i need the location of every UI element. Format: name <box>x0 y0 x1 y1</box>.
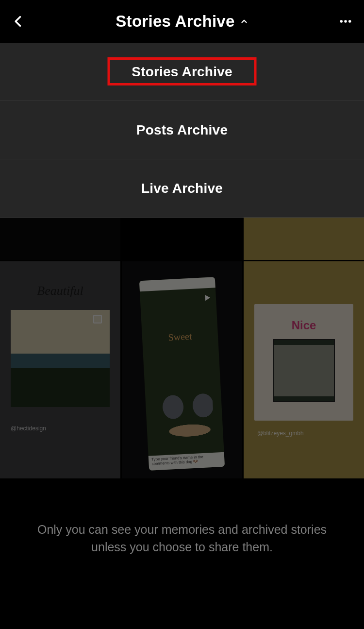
more-options-button[interactable] <box>336 12 355 31</box>
story-caption: Beautiful <box>0 284 120 298</box>
story-thumbnail[interactable]: Beautiful @hectidesign <box>0 261 120 478</box>
svg-point-2 <box>348 20 351 23</box>
story-handle: @hectidesign <box>11 425 46 432</box>
archive-type-dropdown: Stories Archive Posts Archive Live Archi… <box>0 43 364 218</box>
menu-item-live-archive[interactable]: Live Archive <box>0 159 364 218</box>
story-footer-text: Type your friend's name in the comments … <box>149 452 225 471</box>
story-caption: Sweet <box>142 329 218 344</box>
story-thumbnail[interactable]: Sweet Type your friend's name in the com… <box>122 261 242 478</box>
privacy-footer-message: Only you can see your memories and archi… <box>19 521 345 556</box>
thumbnail-art <box>273 339 335 402</box>
page-title: Stories Archive <box>116 12 234 31</box>
menu-item-posts-archive[interactable]: Posts Archive <box>0 101 364 159</box>
story-thumbnail[interactable]: Nice @blitzeyes_gmbh <box>244 261 364 478</box>
play-icon <box>205 295 211 301</box>
chevron-left-icon <box>12 12 25 31</box>
back-button[interactable] <box>9 12 28 31</box>
more-horizontal-icon <box>338 14 353 29</box>
thumbnail-art <box>11 310 110 407</box>
svg-point-1 <box>344 20 347 23</box>
thumbnail-art: Sweet Type your friend's name in the com… <box>139 277 225 471</box>
story-caption: Nice <box>244 319 364 332</box>
archive-title-dropdown-toggle[interactable]: Stories Archive <box>116 12 248 31</box>
multi-post-icon <box>93 315 102 323</box>
story-handle: @blitzeyes_gmbh <box>257 430 304 437</box>
header-bar: Stories Archive <box>0 0 364 43</box>
svg-point-0 <box>340 20 343 23</box>
menu-item-stories-archive[interactable]: Stories Archive <box>0 43 364 101</box>
chevron-up-icon <box>240 17 248 26</box>
